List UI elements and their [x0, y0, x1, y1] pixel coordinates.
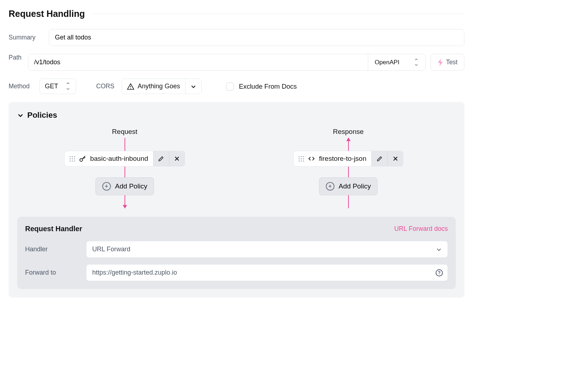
method-row: Method GET ⌃⌄ CORS Anything Goes Exclude…	[9, 79, 464, 94]
key-icon	[79, 155, 86, 163]
test-button[interactable]: Test	[431, 54, 464, 71]
handler-select[interactable]: URL Forward	[86, 241, 448, 258]
add-response-policy-button[interactable]: + Add Policy	[319, 177, 378, 195]
summary-input[interactable]	[49, 29, 464, 46]
test-label: Test	[446, 59, 458, 66]
pencil-icon	[376, 155, 383, 162]
add-policy-label: Add Policy	[339, 182, 371, 190]
drag-handle-icon[interactable]	[299, 156, 304, 162]
openapi-label: OpenAPI	[375, 59, 399, 66]
policies-panel: Policies Request basic-auth-inbound	[9, 102, 464, 298]
plus-circle-icon: +	[326, 182, 334, 191]
add-request-policy-button[interactable]: + Add Policy	[95, 177, 154, 195]
response-column: Response firestore-to-json	[241, 128, 456, 208]
request-column: Request basic-auth-inbound	[17, 128, 232, 208]
forward-input-wrap: ?	[86, 264, 448, 281]
exclude-label: Exclude From Docs	[239, 83, 297, 90]
policies-heading: Policies	[27, 111, 57, 120]
plus-circle-icon: +	[102, 182, 111, 191]
forward-label: Forward to	[25, 269, 79, 276]
method-label: Method	[9, 83, 32, 90]
path-label: Path	[9, 54, 23, 71]
updown-icon: ⌃⌄	[414, 60, 419, 65]
policy-main[interactable]: firestore-to-json	[294, 151, 371, 166]
exclude-checkbox[interactable]	[226, 83, 234, 90]
path-row: Path OpenAPI ⌃⌄ Test	[9, 54, 464, 71]
svg-line-4	[84, 157, 85, 158]
edit-policy-button[interactable]	[371, 151, 387, 166]
remove-policy-button[interactable]	[387, 151, 403, 166]
openapi-button[interactable]: OpenAPI ⌃⌄	[368, 54, 425, 70]
handler-label: Handler	[25, 246, 79, 253]
flow-row: Request basic-auth-inbound	[17, 128, 456, 208]
request-policy-name: basic-auth-inbound	[90, 155, 148, 163]
forward-row: Forward to ?	[25, 264, 448, 281]
flow-line	[348, 167, 349, 177]
flow-line	[125, 167, 125, 177]
path-input-group: OpenAPI ⌃⌄	[28, 54, 426, 71]
code-icon	[308, 155, 315, 163]
add-policy-label: Add Policy	[115, 182, 147, 190]
cors-dropdown-button[interactable]	[185, 79, 201, 94]
bolt-icon	[437, 59, 443, 66]
flow-line	[125, 138, 125, 151]
response-policy-card: firestore-to-json	[293, 151, 403, 167]
response-policy-name: firestore-to-json	[319, 155, 366, 163]
page-title-text: Request Handling	[9, 9, 85, 19]
chevron-down-icon	[191, 84, 196, 89]
remove-policy-button[interactable]	[169, 151, 185, 166]
response-title: Response	[333, 128, 364, 136]
drag-handle-icon[interactable]	[70, 156, 75, 162]
help-icon[interactable]: ?	[436, 269, 443, 276]
request-title: Request	[112, 128, 137, 136]
svg-line-5	[83, 158, 84, 159]
page-title: Request Handling	[9, 9, 464, 19]
summary-label: Summary	[9, 34, 42, 41]
warning-icon	[127, 83, 134, 90]
handler-select-row: Handler URL Forward	[25, 241, 448, 258]
svg-point-1	[130, 88, 131, 89]
flow-line	[348, 195, 349, 208]
forward-input[interactable]	[86, 264, 448, 281]
path-input[interactable]	[28, 54, 368, 70]
handler-value: URL Forward	[92, 246, 130, 253]
edit-policy-button[interactable]	[153, 151, 169, 166]
updown-icon: ⌃⌄	[65, 84, 71, 89]
chevron-down-icon	[436, 247, 442, 252]
cors-select-group: Anything Goes	[122, 79, 202, 94]
cors-label: CORS	[96, 83, 114, 90]
method-select[interactable]: GET ⌃⌄	[39, 79, 76, 94]
method-value: GET	[45, 83, 58, 90]
policy-main[interactable]: basic-auth-inbound	[65, 151, 153, 166]
svg-point-2	[80, 159, 83, 162]
summary-row: Summary	[9, 29, 464, 46]
exclude-wrap: Exclude From Docs	[226, 83, 297, 90]
handler-docs-link[interactable]: URL Forward docs	[394, 225, 448, 233]
cors-value: Anything Goes	[138, 83, 180, 90]
policies-toggle[interactable]: Policies	[17, 111, 456, 120]
chevron-down-icon	[17, 112, 24, 118]
request-policy-card: basic-auth-inbound	[64, 151, 185, 167]
request-handler-panel: Request Handler URL Forward docs Handler…	[17, 217, 456, 289]
handler-header: Request Handler URL Forward docs	[25, 225, 448, 233]
close-icon	[393, 156, 398, 162]
handler-title: Request Handler	[25, 225, 82, 233]
pencil-icon	[158, 155, 164, 162]
close-icon	[174, 156, 180, 162]
flow-arrow-down	[125, 195, 125, 208]
cors-select[interactable]: Anything Goes	[122, 79, 185, 94]
flow-arrow-up	[348, 138, 349, 151]
